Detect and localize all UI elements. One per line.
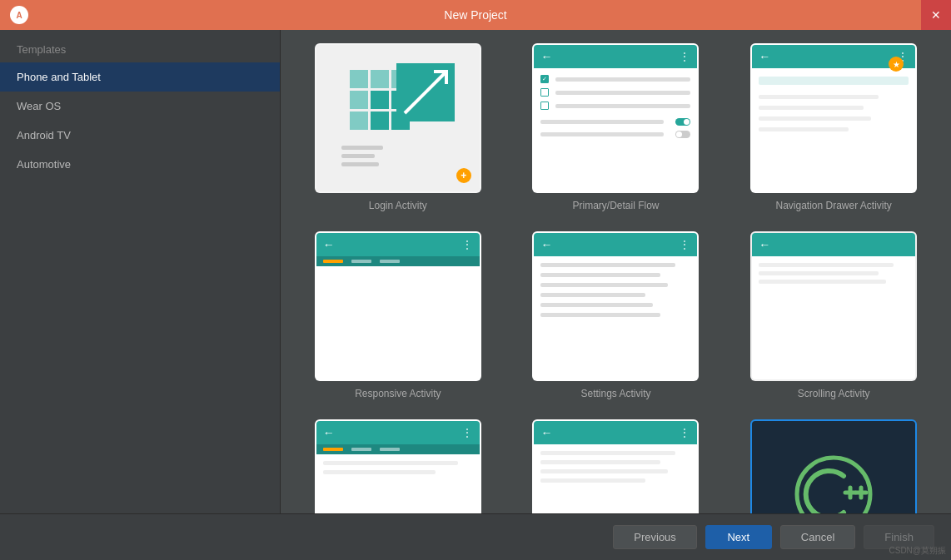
template-login-label: Login Activity bbox=[369, 200, 427, 211]
templates-area: + Login Activity ← ⋮ bbox=[281, 30, 951, 513]
template-nav-drawer[interactable]: ← ⋮ bbox=[733, 43, 934, 211]
sidebar-header: Templates bbox=[0, 30, 280, 62]
sidebar-item-wear-os[interactable]: Wear OS bbox=[0, 92, 280, 121]
titlebar: A New Project ✕ bbox=[0, 0, 951, 30]
sidebar-item-android-tv[interactable]: Android TV bbox=[0, 121, 280, 150]
template-nav-label: Navigation Drawer Activity bbox=[775, 200, 891, 211]
active-tab-indicator bbox=[323, 260, 343, 263]
template-primary-label: Primary/Detail Flow bbox=[572, 200, 659, 211]
scrolling-toolbar: ← bbox=[752, 233, 915, 256]
templates-grid: + Login Activity ← ⋮ bbox=[281, 30, 951, 513]
resp-overflow-icon: ⋮ bbox=[462, 239, 473, 250]
template-preview-primary: ← ⋮ ✓ bbox=[532, 43, 699, 193]
tabbed-inactive-tab2 bbox=[380, 448, 400, 451]
sidebar-item-automotive[interactable]: Automotive bbox=[0, 150, 280, 179]
sidebar: Templates Phone and Tablet Wear OS Andro… bbox=[0, 30, 281, 513]
template-preview-settings: ← ⋮ bbox=[532, 231, 699, 381]
resp-back-icon: ← bbox=[323, 238, 335, 251]
svg-line-0 bbox=[405, 72, 446, 113]
close-button[interactable]: ✕ bbox=[921, 0, 951, 30]
template-native-cpp[interactable]: Native C++ bbox=[733, 419, 934, 513]
fragment-toolbar: ← ⋮ bbox=[534, 421, 697, 444]
login-fab-icon: + bbox=[456, 168, 471, 183]
watermark: CSDN@莫朔振 bbox=[889, 545, 947, 557]
template-settings[interactable]: ← ⋮ bbox=[515, 231, 717, 399]
primary-toolbar: ← ⋮ bbox=[534, 45, 697, 68]
template-preview-tabbed: ← ⋮ bbox=[315, 419, 481, 513]
template-primary-detail[interactable]: ← ⋮ ✓ bbox=[515, 43, 717, 211]
next-button[interactable]: Next bbox=[705, 525, 772, 549]
settings-overflow-icon: ⋮ bbox=[680, 239, 690, 250]
tabbed-tab-bar bbox=[316, 444, 480, 454]
diagonal-arrow-icon bbox=[396, 63, 455, 121]
tabbed-back-icon: ← bbox=[323, 426, 335, 439]
template-fragment-vm[interactable]: ← ⋮ Fragment + ViewModel bbox=[515, 419, 717, 513]
settings-back-icon: ← bbox=[540, 238, 552, 251]
resp-toolbar: ← ⋮ bbox=[316, 233, 480, 256]
scrolling-back-icon: ← bbox=[759, 238, 770, 251]
tabbed-inactive-tab bbox=[351, 448, 371, 451]
window: A New Project ✕ Templates Phone and Tabl… bbox=[0, 0, 951, 560]
app-logo: A bbox=[10, 6, 28, 24]
fragment-overflow-icon: ⋮ bbox=[680, 427, 690, 439]
template-preview-login: + bbox=[315, 43, 481, 193]
overflow-icon: ⋮ bbox=[680, 51, 690, 62]
nav-back-icon: ← bbox=[759, 50, 770, 63]
resp-tab-bar bbox=[316, 256, 480, 266]
template-preview-responsive: ← ⋮ bbox=[315, 231, 481, 381]
settings-toolbar: ← ⋮ bbox=[534, 233, 697, 256]
template-scrolling[interactable]: ← Scrolling Activity bbox=[733, 231, 934, 399]
template-preview-nav: ← ⋮ bbox=[750, 43, 917, 193]
template-preview-scrolling: ← bbox=[750, 231, 917, 381]
template-scrolling-label: Scrolling Activity bbox=[798, 388, 870, 399]
cpp-logo-icon bbox=[792, 453, 875, 513]
tabbed-active-tab bbox=[323, 448, 343, 451]
nav-star-icon: ★ bbox=[889, 57, 904, 72]
tabbed-toolbar: ← ⋮ bbox=[316, 421, 480, 444]
template-preview-native-cpp bbox=[750, 419, 917, 513]
template-responsive[interactable]: ← ⋮ Responsive Activity bbox=[297, 231, 499, 399]
previous-button[interactable]: Previous bbox=[613, 525, 697, 549]
checkbox-icon bbox=[540, 88, 549, 97]
template-login[interactable]: + Login Activity bbox=[297, 43, 499, 211]
template-preview-fragment: ← ⋮ bbox=[532, 419, 699, 513]
inactive-tab2-indicator bbox=[380, 260, 400, 263]
checkbox2-icon bbox=[540, 102, 549, 110]
template-tabbed[interactable]: ← ⋮ bbox=[297, 419, 499, 513]
sidebar-item-phone-tablet[interactable]: Phone and Tablet bbox=[0, 62, 280, 92]
tabbed-overflow-icon: ⋮ bbox=[462, 427, 473, 439]
template-responsive-label: Responsive Activity bbox=[355, 388, 441, 399]
checkbox-checked-icon: ✓ bbox=[540, 75, 549, 83]
cancel-button[interactable]: Cancel bbox=[780, 525, 855, 549]
back-arrow-icon: ← bbox=[540, 50, 552, 63]
fragment-back-icon: ← bbox=[540, 426, 552, 439]
template-settings-label: Settings Activity bbox=[580, 388, 650, 399]
footer: Previous Next Cancel Finish bbox=[0, 513, 951, 560]
window-title: New Project bbox=[444, 8, 506, 22]
main-content: Templates Phone and Tablet Wear OS Andro… bbox=[0, 30, 951, 513]
inactive-tab-indicator bbox=[351, 260, 371, 263]
